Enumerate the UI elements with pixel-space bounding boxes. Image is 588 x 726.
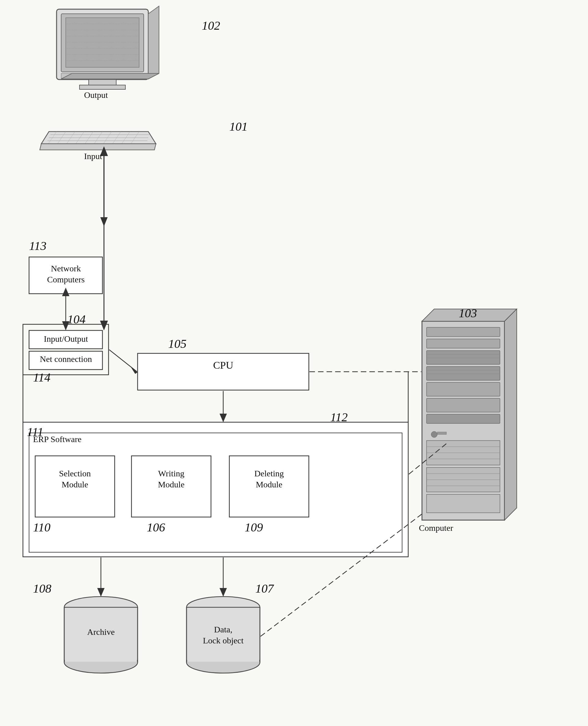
ref-108: 108 [33,581,51,596]
ref-102: 102 [202,18,220,33]
net-connection-label: Net connection [33,354,99,364]
output-label: Output [84,90,108,100]
diagram-container: Output 102 Input 101 113 NetworkComputer… [0,0,588,726]
cpu-label: CPU [138,360,309,371]
ref-101: 101 [229,119,248,134]
ref-106: 106 [147,520,165,535]
svg-marker-33 [505,309,517,520]
svg-rect-43 [426,398,500,412]
ref-107: 107 [255,581,274,596]
erp-software-label: ERP Software [33,435,81,444]
svg-rect-42 [426,382,500,396]
deleting-module-label: DeletingModule [229,468,309,490]
svg-rect-44 [426,414,500,423]
ref-104: 104 [67,312,86,326]
computer-label: Computer [419,523,453,533]
svg-marker-76 [97,588,105,597]
ref-110: 110 [33,520,50,535]
svg-marker-14 [148,6,159,79]
input-label: Input [84,152,102,161]
svg-point-45 [431,431,437,438]
ref-112: 112 [330,410,348,424]
ref-114: 114 [33,370,50,385]
svg-rect-2 [66,18,139,67]
data-lock-label: Data,Lock object [193,624,254,646]
svg-rect-46 [437,432,446,435]
svg-marker-67 [100,321,108,330]
svg-rect-34 [426,327,500,337]
selection-module-label: SelectionModule [35,468,115,490]
server-illustration [422,309,517,520]
svg-rect-36 [426,350,500,364]
io-label: Input/Output [33,334,99,344]
monitor-illustration [57,6,159,89]
ref-109: 109 [245,520,263,535]
svg-marker-78 [219,588,227,597]
writing-module-label: WritingModule [131,468,211,490]
svg-rect-11 [80,85,125,89]
svg-marker-72 [131,367,138,374]
svg-rect-39 [426,366,500,380]
svg-rect-55 [426,495,500,513]
ref-105: 105 [168,337,187,351]
cpu-box [138,354,309,390]
svg-marker-74 [219,414,227,422]
keyboard-illustration [40,132,156,150]
ref-113: 113 [29,239,46,253]
archive-label: Archive [70,627,131,637]
ref-103: 103 [459,306,477,320]
svg-rect-10 [89,80,116,85]
network-computers-label: NetworkComputers [33,263,99,285]
svg-rect-35 [426,339,500,348]
svg-marker-15 [61,74,159,79]
svg-line-71 [109,350,137,372]
svg-marker-30 [40,144,156,150]
